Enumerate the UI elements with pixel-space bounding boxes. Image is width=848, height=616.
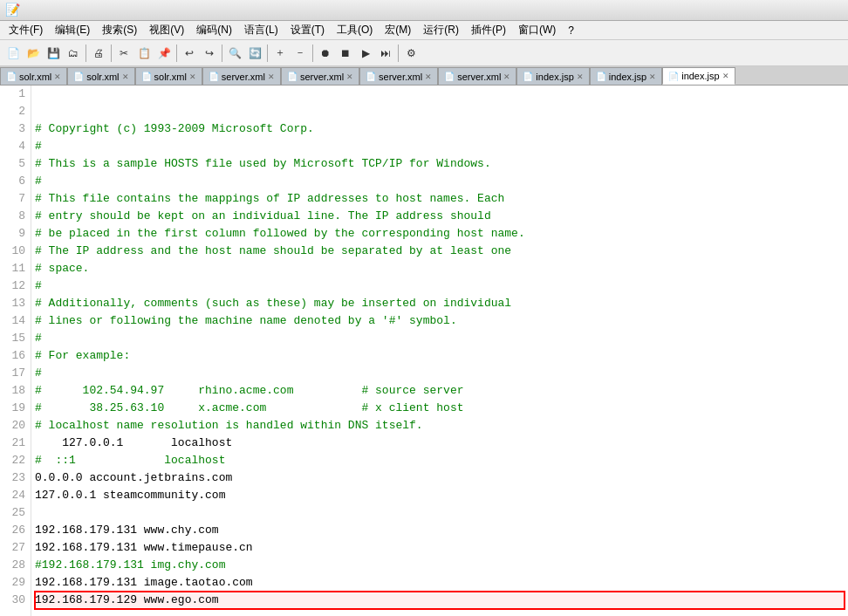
- line-num-13: 13: [5, 295, 25, 312]
- menu-item-f[interactable]: 文件(F): [3, 21, 48, 39]
- tab-close-1[interactable]: ✕: [122, 72, 129, 81]
- tb-new[interactable]: 📄: [3, 44, 23, 63]
- menu-item-m[interactable]: 宏(M): [380, 21, 416, 39]
- line-num-10: 10: [5, 243, 25, 260]
- tb-macro-run[interactable]: ⏭: [376, 44, 395, 63]
- tab-icon-1: 📄: [73, 72, 84, 81]
- menu-item-e[interactable]: 编辑(E): [50, 21, 95, 39]
- code-line-5: # This file contains the mappings of IP …: [35, 190, 845, 208]
- tb-replace[interactable]: 🔄: [245, 44, 264, 63]
- tb-separator-2: [111, 44, 112, 62]
- line-num-24: 24: [5, 487, 25, 504]
- code-line-24: 192.168.179.131 www.chy.com: [35, 522, 845, 539]
- tab-close-9[interactable]: ✕: [722, 72, 729, 80]
- line-num-7: 7: [5, 190, 25, 208]
- menu-item-t[interactable]: 设置(T): [285, 21, 330, 39]
- line-num-21: 21: [5, 435, 25, 452]
- tab-close-5[interactable]: ✕: [425, 72, 432, 81]
- line-num-28: 28: [5, 557, 25, 574]
- tab-label-2: solr.xml: [154, 72, 187, 82]
- menu-item-o[interactable]: 工具(O): [332, 21, 378, 39]
- tab-3[interactable]: 📄server.xml✕: [202, 67, 281, 85]
- menu-item-r[interactable]: 运行(R): [418, 21, 464, 39]
- menu-item-p[interactable]: 插件(P): [466, 21, 511, 39]
- tb-separator-3: [176, 44, 177, 62]
- tb-macro-play[interactable]: ▶: [356, 44, 375, 63]
- tab-close-0[interactable]: ✕: [54, 72, 61, 81]
- line-num-16: 16: [5, 347, 25, 365]
- line-numbers: 1234567891011121314151617181920212223242…: [0, 86, 31, 616]
- code-line-13: #: [35, 330, 845, 347]
- menu-item-l[interactable]: 语言(L): [239, 21, 284, 39]
- line-num-14: 14: [5, 312, 25, 330]
- tb-macro-stop[interactable]: ⏹: [336, 44, 355, 63]
- tb-macro-rec[interactable]: ⏺: [316, 44, 335, 63]
- tab-icon-2: 📄: [141, 72, 152, 81]
- tab-7[interactable]: 📄index.jsp✕: [516, 67, 589, 85]
- code-line-6: # entry should be kept on an individual …: [35, 208, 845, 225]
- tb-undo[interactable]: ↩: [180, 44, 199, 63]
- tb-cut[interactable]: ✂: [114, 44, 133, 63]
- line-num-29: 29: [5, 574, 25, 592]
- tb-print[interactable]: 🖨: [89, 44, 108, 63]
- code-line-25: 192.168.179.131 www.timepause.cn: [35, 539, 845, 557]
- tb-zoom-out[interactable]: －: [291, 44, 310, 63]
- line-num-19: 19: [5, 400, 25, 417]
- tab-close-7[interactable]: ✕: [577, 72, 584, 81]
- line-num-20: 20: [5, 417, 25, 435]
- code-line-15: #: [35, 365, 845, 382]
- tab-9[interactable]: 📄index.jsp✕: [662, 67, 735, 85]
- tb-separator-5: [267, 44, 268, 62]
- code-line-3: # This is a sample HOSTS file used by Mi…: [35, 155, 845, 173]
- tab-close-8[interactable]: ✕: [649, 72, 656, 81]
- code-line-2: #: [35, 138, 845, 155]
- tab-close-4[interactable]: ✕: [346, 72, 353, 81]
- menu-item-n[interactable]: 编码(N): [191, 21, 237, 39]
- tab-close-6[interactable]: ✕: [503, 72, 510, 81]
- tb-paste[interactable]: 📌: [154, 44, 174, 63]
- code-line-9: # space.: [35, 260, 845, 277]
- tab-label-8: index.jsp: [609, 72, 646, 82]
- tb-copy[interactable]: 📋: [134, 44, 154, 63]
- tab-icon-7: 📄: [523, 72, 533, 81]
- code-line-18: # localhost name resolution is handled w…: [35, 417, 845, 435]
- tab-label-9: index.jsp: [681, 71, 719, 81]
- menu-item-w[interactable]: 窗口(W): [513, 21, 561, 39]
- code-line-12: # lines or following the machine name de…: [35, 312, 845, 330]
- tab-2[interactable]: 📄solr.xml✕: [135, 67, 202, 85]
- tab-bar: 📄solr.xml✕📄solr.xml✕📄solr.xml✕📄server.xm…: [0, 66, 848, 86]
- tab-label-4: server.xml: [300, 72, 344, 82]
- tab-icon-9: 📄: [668, 72, 679, 81]
- tab-5[interactable]: 📄server.xml✕: [359, 67, 438, 85]
- tab-0[interactable]: 📄solr.xml✕: [0, 67, 67, 85]
- code-line-11: # Additionally, comments (such as these)…: [35, 295, 845, 312]
- code-line-27: 192.168.179.131 image.taotao.com: [35, 574, 845, 592]
- tb-redo[interactable]: ↪: [200, 44, 219, 63]
- app-icon: 📝: [5, 3, 20, 17]
- tab-close-3[interactable]: ✕: [268, 72, 275, 81]
- code-line-21: 0.0.0.0 account.jetbrains.com: [35, 469, 845, 487]
- code-line-7: # be placed in the first column followed…: [35, 225, 845, 243]
- line-num-9: 9: [5, 225, 25, 243]
- tb-zoom-in[interactable]: ＋: [270, 44, 290, 63]
- tab-label-5: server.xml: [379, 72, 422, 82]
- code-line-4: #: [35, 173, 845, 190]
- tab-1[interactable]: 📄solr.xml✕: [67, 67, 134, 85]
- line-num-23: 23: [5, 469, 25, 487]
- tab-label-0: solr.xml: [19, 72, 51, 82]
- tb-open[interactable]: 📂: [24, 44, 43, 63]
- tab-4[interactable]: 📄server.xml✕: [281, 67, 359, 85]
- tb-save[interactable]: 💾: [44, 44, 63, 63]
- tb-find[interactable]: 🔍: [225, 44, 244, 63]
- menu-item-[interactable]: ?: [563, 23, 579, 38]
- menu-item-s[interactable]: 搜索(S): [97, 21, 142, 39]
- tab-8[interactable]: 📄index.jsp✕: [590, 67, 662, 85]
- tab-close-2[interactable]: ✕: [189, 72, 196, 81]
- tb-save-all[interactable]: 🗂: [64, 44, 83, 63]
- tb-settings[interactable]: ⚙: [401, 44, 421, 63]
- tab-6[interactable]: 📄server.xml✕: [438, 67, 516, 85]
- line-num-17: 17: [5, 365, 25, 382]
- code-area[interactable]: # Copyright (c) 1993-2009 Microsoft Corp…: [31, 86, 848, 616]
- code-line-17: # 38.25.63.10 x.acme.com # x client host: [35, 400, 845, 417]
- menu-item-v[interactable]: 视图(V): [144, 21, 189, 39]
